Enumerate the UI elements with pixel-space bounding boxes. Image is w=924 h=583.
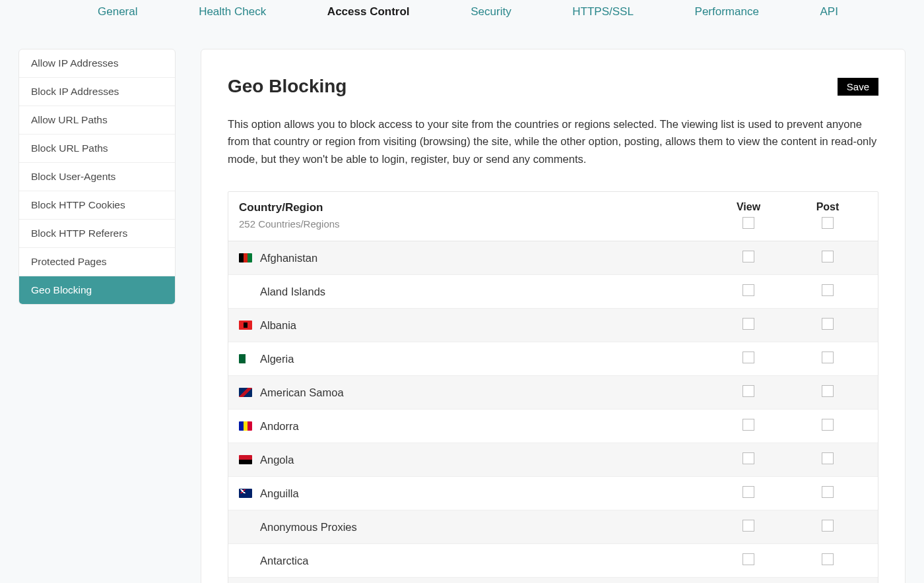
country-cell: American Samoa — [239, 386, 709, 399]
checkbox-post[interactable] — [822, 486, 834, 498]
checkbox-view[interactable] — [742, 318, 754, 330]
post-cell — [788, 553, 867, 568]
country-count-label: 252 Countries/Regions — [239, 218, 709, 230]
country-cell: Afghanistan — [239, 252, 709, 264]
view-cell — [709, 452, 788, 467]
checkbox-post[interactable] — [822, 251, 834, 262]
sidebar-item-protected-pages[interactable]: Protected Pages — [19, 248, 175, 276]
checkbox-post[interactable] — [822, 520, 834, 532]
checkbox-view[interactable] — [742, 520, 754, 532]
checkbox-view[interactable] — [742, 352, 754, 363]
view-cell — [709, 520, 788, 534]
table-row: Afghanistan — [228, 241, 878, 275]
checkbox-post[interactable] — [822, 352, 834, 363]
tab-health-check[interactable]: Health Check — [199, 0, 266, 24]
country-cell: Algeria — [239, 353, 709, 365]
flag-icon — [239, 421, 252, 431]
tab-general[interactable]: General — [98, 0, 137, 24]
post-cell — [788, 486, 867, 501]
country-cell: Antarctica — [239, 555, 709, 567]
country-cell: Aland Islands — [239, 286, 709, 298]
country-name: Andorra — [260, 420, 299, 433]
sidebar-item-block-url[interactable]: Block URL Paths — [19, 135, 175, 163]
checkbox-view[interactable] — [742, 553, 754, 565]
country-cell: Angola — [239, 454, 709, 466]
table-row: Anonymous Proxies — [228, 510, 878, 544]
table-row: Angola — [228, 443, 878, 477]
table-row: Algeria — [228, 342, 878, 376]
checkbox-post[interactable] — [822, 284, 834, 296]
col-header-view: View — [709, 201, 788, 213]
country-name: Angola — [260, 454, 294, 466]
country-cell: Andorra — [239, 420, 709, 433]
country-name: American Samoa — [260, 386, 344, 399]
col-header-post: Post — [788, 201, 867, 213]
sidebar-item-allow-url[interactable]: Allow URL Paths — [19, 106, 175, 135]
country-cell: Anonymous Proxies — [239, 521, 709, 534]
country-name: Antarctica — [260, 555, 308, 567]
checkbox-view[interactable] — [742, 385, 754, 397]
checkbox-view[interactable] — [742, 486, 754, 498]
view-cell — [709, 486, 788, 501]
country-cell: Anguilla — [239, 487, 709, 500]
country-name: Anonymous Proxies — [260, 521, 357, 534]
save-button[interactable]: Save — [838, 78, 878, 96]
checkbox-post[interactable] — [822, 553, 834, 565]
panel-description: This option allows you to block access t… — [228, 115, 878, 168]
view-cell — [709, 318, 788, 332]
sidebar-item-block-referers[interactable]: Block HTTP Referers — [19, 220, 175, 248]
checkbox-post[interactable] — [822, 318, 834, 330]
country-name: Aland Islands — [260, 286, 325, 298]
sidebar-item-block-cookies[interactable]: Block HTTP Cookies — [19, 191, 175, 220]
post-cell — [788, 284, 867, 299]
post-cell — [788, 385, 867, 400]
view-cell — [709, 553, 788, 568]
checkbox-post[interactable] — [822, 419, 834, 431]
tab-api[interactable]: API — [820, 0, 838, 24]
checkbox-post[interactable] — [822, 385, 834, 397]
tab-access-control[interactable]: Access Control — [327, 0, 410, 24]
checkbox-view[interactable] — [742, 284, 754, 296]
table-row: Anguilla — [228, 477, 878, 510]
checkbox-view[interactable] — [742, 251, 754, 262]
country-name: Afghanistan — [260, 252, 317, 264]
view-cell — [709, 251, 788, 265]
tab-performance[interactable]: Performance — [695, 0, 759, 24]
flag-icon — [239, 489, 252, 498]
flag-placeholder — [239, 556, 252, 565]
geo-table-body: AfghanistanAland IslandsAlbaniaAlgeriaAm… — [228, 241, 878, 583]
table-row: Andorra — [228, 410, 878, 443]
post-cell — [788, 419, 867, 433]
geo-table: Country/Region 252 Countries/Regions Vie… — [228, 191, 878, 583]
flag-placeholder — [239, 287, 252, 296]
post-cell — [788, 452, 867, 467]
main-area: Allow IP Addresses Block IP Addresses Al… — [0, 37, 924, 583]
checkbox-post[interactable] — [822, 452, 834, 464]
checkbox-view-all[interactable] — [742, 217, 754, 229]
checkbox-view[interactable] — [742, 419, 754, 431]
panel-header: Geo Blocking Save — [228, 76, 878, 97]
flag-icon — [239, 354, 252, 363]
col-header-country: Country/Region — [239, 201, 709, 214]
tab-https-ssl[interactable]: HTTPS/SSL — [572, 0, 634, 24]
sidebar-item-block-ip[interactable]: Block IP Addresses — [19, 78, 175, 106]
geo-table-header: Country/Region 252 Countries/Regions Vie… — [228, 192, 878, 241]
country-name: Albania — [260, 319, 296, 332]
top-tabs: General Health Check Access Control Secu… — [0, 0, 924, 37]
sidebar-item-geo-blocking[interactable]: Geo Blocking — [19, 276, 175, 304]
flag-placeholder — [239, 522, 252, 532]
flag-icon — [239, 388, 252, 397]
sidebar-item-block-ua[interactable]: Block User-Agents — [19, 163, 175, 191]
table-row: Albania — [228, 309, 878, 342]
view-cell — [709, 352, 788, 366]
post-cell — [788, 520, 867, 534]
post-cell — [788, 251, 867, 265]
checkbox-post-all[interactable] — [822, 217, 834, 229]
flag-icon — [239, 321, 252, 330]
checkbox-view[interactable] — [742, 452, 754, 464]
sidebar-item-allow-ip[interactable]: Allow IP Addresses — [19, 49, 175, 78]
country-name: Anguilla — [260, 487, 299, 500]
tab-security[interactable]: Security — [471, 0, 511, 24]
content-panel: Geo Blocking Save This option allows you… — [201, 49, 906, 583]
table-row: Antigua and Barbuda — [228, 578, 878, 583]
